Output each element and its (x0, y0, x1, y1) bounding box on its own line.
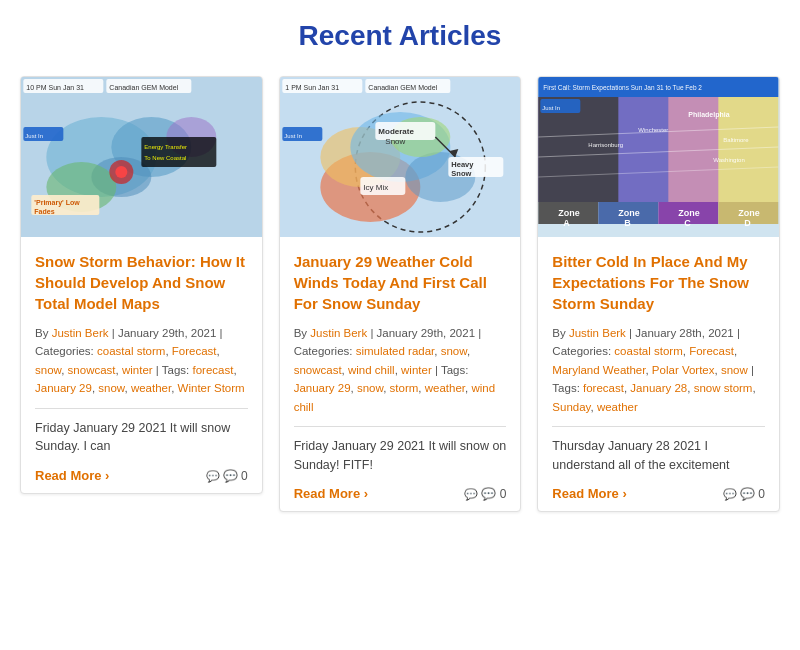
author-1[interactable]: Justin Berk (52, 327, 109, 339)
comment-count-1: 💬 0 (206, 469, 248, 483)
article-meta-3: By Justin Berk | January 28th, 2021 | Ca… (552, 324, 765, 416)
svg-text:Baltimore: Baltimore (724, 137, 750, 143)
svg-text:Winchester: Winchester (639, 127, 669, 133)
article-image-2: Moderate Snow Heavy Snow Icy Mix 1 PM Su… (280, 77, 521, 237)
article-footer-3: Read More 💬 0 (552, 486, 765, 501)
svg-point-7 (115, 166, 127, 178)
read-more-1[interactable]: Read More (35, 468, 109, 483)
svg-text:D: D (745, 218, 752, 228)
article-title-3: Bitter Cold In Place And My Expectations… (552, 251, 765, 314)
svg-text:B: B (625, 218, 632, 228)
svg-rect-15 (141, 137, 216, 167)
article-meta-2: By Justin Berk | January 29th, 2021 | Ca… (294, 324, 507, 416)
svg-text:Zone: Zone (679, 208, 701, 218)
svg-text:10 PM Sun Jan 31: 10 PM Sun Jan 31 (26, 84, 84, 91)
article-title-1: Snow Storm Behavior: How It Should Devel… (35, 251, 248, 314)
page-title: Recent Articles (20, 20, 780, 52)
svg-text:Just In: Just In (25, 133, 43, 139)
article-body-2: January 29 Weather Cold Winds Today And … (280, 237, 521, 511)
svg-text:Canadian GEM Model: Canadian GEM Model (368, 84, 437, 91)
svg-text:Snow: Snow (451, 169, 471, 178)
divider-1 (35, 408, 248, 409)
article-title-2: January 29 Weather Cold Winds Today And … (294, 251, 507, 314)
article-excerpt-1: Friday January 29 2021 It will snow Sund… (35, 419, 248, 457)
svg-text:Just In: Just In (284, 133, 302, 139)
author-2[interactable]: Justin Berk (310, 327, 367, 339)
svg-text:Fades: Fades (34, 208, 54, 215)
divider-2 (294, 426, 507, 427)
svg-text:Energy Transfer: Energy Transfer (144, 144, 187, 150)
svg-text:Zone: Zone (739, 208, 761, 218)
article-card-2: Moderate Snow Heavy Snow Icy Mix 1 PM Su… (279, 76, 522, 512)
svg-text:Zone: Zone (619, 208, 641, 218)
article-meta-1: By Justin Berk | January 29th, 2021 | Ca… (35, 324, 248, 398)
svg-text:'Primary' Low: 'Primary' Low (34, 199, 80, 207)
svg-text:Icy Mix: Icy Mix (363, 183, 388, 192)
article-card-3: Philadelphia Baltimore Washington Winche… (537, 76, 780, 512)
svg-text:To New Coastal: To New Coastal (144, 155, 186, 161)
svg-text:Harrisonburg: Harrisonburg (589, 142, 624, 148)
article-footer-2: Read More 💬 0 (294, 486, 507, 501)
articles-grid: 10 PM Sun Jan 31 Canadian GEM Model 'Pri… (20, 76, 780, 512)
svg-text:Zone: Zone (559, 208, 581, 218)
svg-text:Snow: Snow (385, 137, 405, 146)
comment-count-2: 💬 0 (464, 487, 506, 501)
svg-text:First Call: Storm Expectations: First Call: Storm Expectations Sun Jan 3… (544, 84, 703, 92)
article-body-3: Bitter Cold In Place And My Expectations… (538, 237, 779, 511)
svg-text:1 PM Sun Jan 31: 1 PM Sun Jan 31 (285, 84, 339, 91)
author-3[interactable]: Justin Berk (569, 327, 626, 339)
svg-text:Just In: Just In (543, 105, 561, 111)
comment-count-3: 💬 0 (723, 487, 765, 501)
article-image-3: Philadelphia Baltimore Washington Winche… (538, 77, 779, 237)
svg-text:C: C (685, 218, 692, 228)
article-body-1: Snow Storm Behavior: How It Should Devel… (21, 237, 262, 493)
svg-text:Canadian GEM Model: Canadian GEM Model (109, 84, 178, 91)
article-card-1: 10 PM Sun Jan 31 Canadian GEM Model 'Pri… (20, 76, 263, 494)
article-footer-1: Read More 💬 0 (35, 468, 248, 483)
article-excerpt-3: Thursday January 28 2021 I understand al… (552, 437, 765, 475)
svg-text:A: A (564, 218, 571, 228)
svg-text:Philadelphia: Philadelphia (689, 111, 730, 119)
svg-text:Moderate: Moderate (378, 127, 414, 136)
divider-3 (552, 426, 765, 427)
read-more-2[interactable]: Read More (294, 486, 368, 501)
svg-text:Washington: Washington (714, 157, 745, 163)
article-excerpt-2: Friday January 29 2021 It will snow on S… (294, 437, 507, 475)
read-more-3[interactable]: Read More (552, 486, 626, 501)
article-image-1: 10 PM Sun Jan 31 Canadian GEM Model 'Pri… (21, 77, 262, 237)
svg-text:Heavy: Heavy (451, 160, 474, 169)
